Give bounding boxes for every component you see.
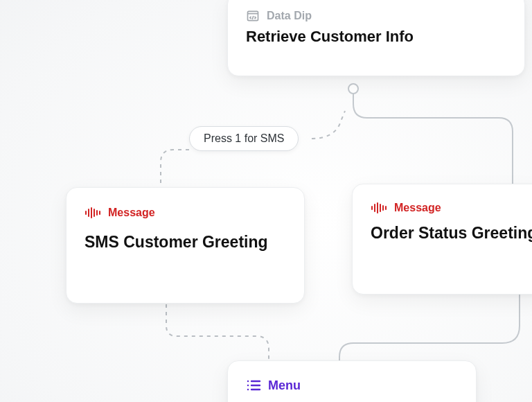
node-type-label: Menu [268, 379, 301, 392]
node-title: Order Status Greeting [371, 223, 532, 243]
node-data-dip[interactable]: Data Dip Retrieve Customer Info [227, 0, 525, 76]
node-type-label: Data Dip [267, 10, 312, 21]
menu-list-icon [246, 379, 261, 392]
audio-wave-icon [371, 202, 387, 213]
node-order-status[interactable]: Message Order Status Greeting [352, 184, 532, 295]
svg-point-16 [247, 385, 249, 386]
node-sms-greeting[interactable]: Message SMS Customer Greeting [66, 187, 305, 304]
node-type-label: Message [394, 202, 441, 213]
code-icon [246, 9, 260, 23]
node-menu[interactable]: Menu [227, 360, 477, 402]
node-title: SMS Customer Greeting [85, 232, 286, 252]
node-type-label: Message [108, 207, 155, 218]
svg-point-17 [247, 389, 249, 390]
node-title: Retrieve Customer Info [246, 27, 506, 46]
svg-point-0 [348, 84, 358, 94]
edge-label-press-1[interactable]: Press 1 for SMS [189, 126, 299, 151]
svg-point-15 [247, 381, 249, 382]
audio-wave-icon [85, 207, 101, 218]
flow-canvas[interactable]: Data Dip Retrieve Customer Info Press 1 … [0, 0, 532, 402]
edge-label-text: Press 1 for SMS [204, 132, 284, 144]
